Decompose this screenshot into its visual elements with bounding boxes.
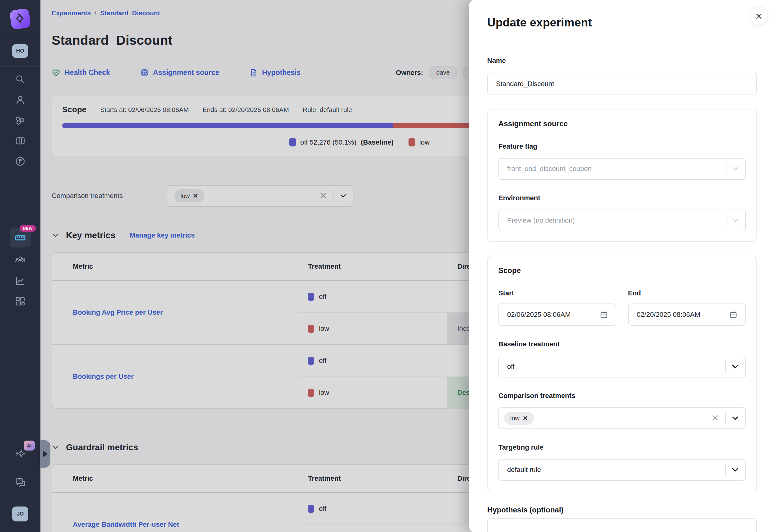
assignment-source-card: Assignment source Feature flag front_end…	[487, 109, 757, 242]
owner-chip-dave[interactable]: dave	[429, 66, 457, 79]
sidebar-item-team[interactable]	[12, 252, 28, 268]
metric-link[interactable]: Average Bandwidth Per-user Net	[73, 520, 179, 529]
sidebar-item-profile[interactable]	[12, 92, 28, 108]
start-label: Start	[499, 289, 616, 297]
sidebar-expand-handle[interactable]	[40, 440, 50, 468]
document-icon	[249, 68, 258, 77]
treatment-swatch-low	[308, 325, 314, 333]
hypothesis-textarea[interactable]	[487, 518, 757, 532]
sidebar-item-metrics-active[interactable]: NEW	[10, 228, 31, 247]
ruler-icon	[14, 232, 26, 244]
start-date-input[interactable]: 02/06/2025 08:06AM	[499, 303, 616, 326]
user-avatar[interactable]: JO	[12, 507, 28, 521]
metric-link[interactable]: Bookings per User	[73, 372, 134, 381]
svg-text:?: ?	[18, 479, 21, 483]
treatment-cell: off	[298, 281, 448, 312]
sidebar-item-launches[interactable]	[12, 154, 28, 169]
chevron-down-icon[interactable]	[731, 414, 740, 423]
legend-item-off: off 52,276 (50.1%) (Baseline)	[289, 138, 394, 146]
select-divider	[725, 360, 726, 373]
collapse-chevron-icon[interactable]	[52, 443, 60, 451]
collapse-chevron-icon[interactable]	[52, 231, 60, 239]
chip-remove-icon[interactable]: ✕	[523, 414, 528, 422]
select-divider	[726, 163, 726, 175]
sidebar-item-boards[interactable]	[12, 133, 28, 149]
legend-label-low: low	[420, 138, 430, 146]
comparison-treatments-select[interactable]: low ✕ ✕	[167, 185, 353, 207]
sidebar-item-help[interactable]: ?	[12, 475, 28, 490]
column-header-treatment: Treatment	[298, 474, 448, 483]
treatment-chip-low[interactable]: low ✕	[504, 412, 534, 425]
environment-label: Environment	[499, 194, 746, 202]
select-divider	[725, 412, 726, 425]
treatment-cell: off	[298, 493, 448, 525]
workspace-badge[interactable]: HO	[12, 44, 28, 58]
sidebar-divider	[0, 500, 40, 500]
hypothesis-link[interactable]: Hypothesis	[249, 68, 300, 77]
treatment-cell	[298, 525, 448, 532]
chevron-down-icon[interactable]	[731, 362, 740, 371]
breadcrumb-current[interactable]: Standard_Discount	[100, 9, 160, 17]
scope-form-card: Scope Start 02/06/2025 08:06AM End 02/20…	[487, 256, 757, 491]
chevron-down-icon[interactable]	[731, 465, 740, 474]
name-input[interactable]: Standard_Discount	[487, 73, 757, 95]
comparison-treatments-label: Comparison treatments	[499, 392, 746, 400]
app-stage: HO	[0, 0, 775, 532]
end-date-input[interactable]: 02/20/2025 08:06AM	[628, 303, 746, 326]
environment-select[interactable]: Preview (no definition)	[499, 210, 746, 231]
metric-cell: Average Bandwidth Per-user Net	[52, 493, 298, 532]
app-logo-icon[interactable]	[9, 8, 31, 30]
assignment-source-label: Assignment source	[153, 68, 219, 77]
person-icon	[15, 95, 26, 105]
sidebar-item-dashboards[interactable]	[12, 294, 28, 309]
manage-key-metrics-link[interactable]: Manage key metrics	[130, 231, 195, 239]
new-badge: NEW	[20, 225, 36, 232]
calendar-icon[interactable]	[600, 310, 608, 319]
update-experiment-panel: ✕ Update experiment Name Standard_Discou…	[469, 0, 775, 532]
health-check-link[interactable]: Health Check	[52, 68, 110, 77]
search-icon	[15, 74, 26, 85]
baseline-treatment-select[interactable]: off	[499, 356, 746, 377]
direction-value: -	[457, 293, 460, 301]
sidebar-item-analytics[interactable]	[12, 273, 28, 289]
allocation-segment-off	[62, 123, 393, 128]
column-header-metric: Metric	[52, 474, 298, 483]
metric-link[interactable]: Booking Avg Price per User	[73, 308, 163, 317]
sidebar-item-search[interactable]	[12, 72, 28, 87]
legend-label-off: off 52,276 (50.1%)	[300, 138, 356, 146]
comparison-treatments-select[interactable]: low ✕ ✕	[499, 407, 746, 429]
clear-selection-icon[interactable]: ✕	[319, 191, 327, 201]
treatment-cell: low	[298, 377, 448, 408]
treatment-swatch-low	[308, 389, 314, 397]
sidebar-item-ai-assistant[interactable]: AI	[12, 446, 28, 461]
chevron-down-icon[interactable]	[339, 192, 347, 200]
dashboard-icon	[15, 296, 26, 307]
sidebar-item-flags[interactable]	[12, 113, 28, 128]
line-chart-icon	[15, 275, 26, 286]
chevron-down-icon[interactable]	[731, 216, 740, 224]
breadcrumb-separator: /	[95, 9, 96, 17]
close-icon[interactable]: ✕	[749, 7, 768, 25]
assignment-source-link[interactable]: Assignment source	[140, 68, 219, 77]
treatment-name: low	[319, 389, 329, 397]
targeting-rule-value: default rule	[507, 466, 541, 474]
treatment-cell: off	[298, 345, 448, 377]
owners-label: Owners:	[396, 69, 423, 77]
guardrail-metrics-title: Guardrail metrics	[66, 442, 138, 452]
legend-swatch-off	[289, 138, 296, 146]
metric-cell: Booking Avg Price per User	[52, 281, 298, 344]
treatment-chip-low[interactable]: low ✕	[174, 189, 204, 202]
targeting-rule-select[interactable]: default rule	[499, 459, 746, 481]
chip-remove-icon[interactable]: ✕	[193, 192, 198, 200]
scope-starts-at: Starts at: 02/06/2025 08:06AM	[100, 106, 189, 113]
feature-flag-select[interactable]: front_end_discount_coupon	[499, 158, 746, 180]
breadcrumb-experiments[interactable]: Experiments	[52, 9, 91, 17]
expand-arrow-icon	[43, 451, 48, 457]
chevron-down-icon[interactable]	[731, 165, 740, 173]
clear-selection-icon[interactable]: ✕	[711, 414, 719, 423]
feature-flag-label: Feature flag	[499, 142, 746, 150]
treatment-cell: low	[298, 312, 448, 344]
scope-title: Scope	[62, 105, 86, 114]
environment-value: Preview (no definition)	[507, 216, 575, 224]
calendar-icon[interactable]	[729, 310, 738, 319]
